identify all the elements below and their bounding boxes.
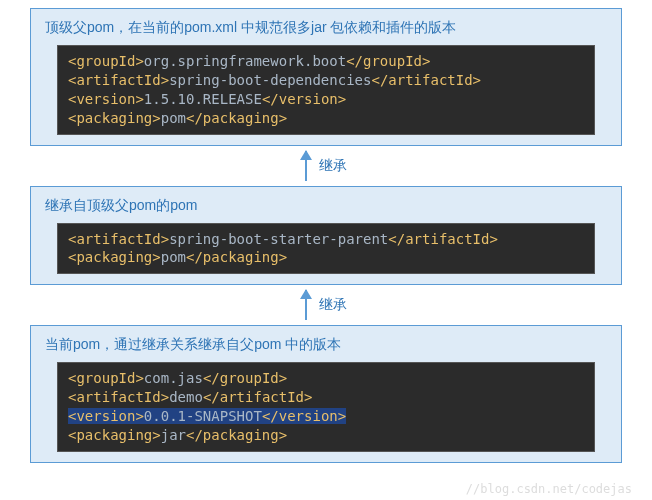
box-title: 当前pom，通过继承关系继承自父pom 中的版本	[45, 336, 607, 354]
inherit-arrow-2: 继承	[0, 285, 652, 325]
arrow-label: 继承	[319, 157, 347, 175]
code-block: <groupId>com.jas</groupId> <artifactId>d…	[57, 362, 595, 452]
top-pom-box: 顶级父pom，在当前的pom.xml 中规范很多jar 包依赖和插件的版本 <g…	[30, 8, 622, 146]
current-pom-box: 当前pom，通过继承关系继承自父pom 中的版本 <groupId>com.ja…	[30, 325, 622, 463]
arrow-label: 继承	[319, 296, 347, 314]
code-block: <artifactId>spring-boot-starter-parent</…	[57, 223, 595, 275]
box-title: 继承自顶级父pom的pom	[45, 197, 607, 215]
box-title: 顶级父pom，在当前的pom.xml 中规范很多jar 包依赖和插件的版本	[45, 19, 607, 37]
inherit-arrow-1: 继承	[0, 146, 652, 186]
parent-pom-box: 继承自顶级父pom的pom <artifactId>spring-boot-st…	[30, 186, 622, 286]
code-block: <groupId>org.springframework.boot</group…	[57, 45, 595, 135]
watermark: //blog.csdn.net/codejas	[466, 482, 632, 496]
